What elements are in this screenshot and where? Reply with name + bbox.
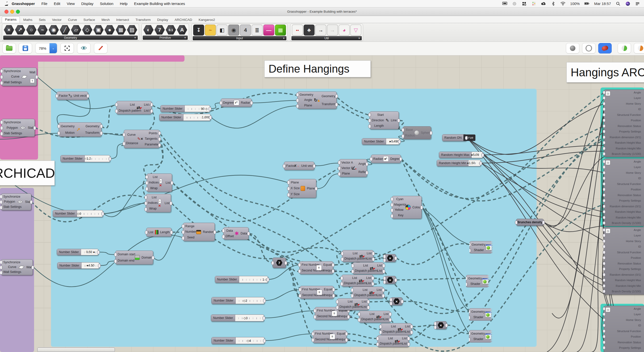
slider-rail[interactable]: ●5.09 xyxy=(472,152,483,158)
input-port[interactable] xyxy=(391,203,393,207)
input-port[interactable] xyxy=(144,207,147,211)
number-slider[interactable]: Number Slider0.50 ● xyxy=(57,249,98,255)
archicad-label[interactable]: ARCHICAD xyxy=(0,160,55,186)
output-port[interactable] xyxy=(372,257,375,261)
number-slider[interactable]: Number Slider●4.50 xyxy=(57,262,100,269)
output-port[interactable] xyxy=(389,312,392,316)
output-port[interactable] xyxy=(98,264,101,268)
input-port[interactable] xyxy=(603,199,606,202)
input-port[interactable] xyxy=(340,282,343,286)
input-port[interactable] xyxy=(603,130,606,133)
equals-component[interactable]: First NumberSecond Number=EqualityInequa… xyxy=(313,330,346,343)
output-port[interactable] xyxy=(31,266,34,270)
input-port[interactable] xyxy=(603,335,606,338)
sphere-component[interactable]: BaseRadiusSphere xyxy=(403,126,431,139)
custom-preview-component[interactable]: GeometryShader xyxy=(466,275,489,287)
input-port[interactable] xyxy=(603,278,606,282)
input-port[interactable] xyxy=(145,230,148,234)
output-port[interactable] xyxy=(313,164,316,168)
sphere-icon[interactable]: ● xyxy=(104,24,115,35)
input-port[interactable] xyxy=(114,252,117,256)
zoom-extents-button[interactable] xyxy=(60,43,74,54)
bluetooth-icon[interactable] xyxy=(551,2,556,6)
number-7-node[interactable]: 7 xyxy=(272,258,286,268)
input-port[interactable] xyxy=(338,172,341,176)
random-on-toggle[interactable]: Random ONTrue xyxy=(442,134,466,141)
point-icon[interactable]: ◇ xyxy=(82,24,92,35)
merge-x-node[interactable]: × xyxy=(391,297,402,305)
number-icon[interactable]: 0.1 xyxy=(166,24,176,35)
input-port[interactable] xyxy=(391,214,393,218)
tab-vector[interactable]: Vector xyxy=(49,17,64,23)
input-port[interactable] xyxy=(341,252,344,256)
angle-component[interactable]: Vector AVector BPlane∠▸AngleReflex xyxy=(339,159,367,177)
merge-x-node[interactable]: × xyxy=(384,254,396,262)
draw-sketch-button[interactable] xyxy=(94,43,108,54)
input-port[interactable] xyxy=(114,259,117,263)
merge-x-node[interactable]: × xyxy=(435,321,446,329)
slab-component[interactable]: SynchronizePolygonSlab SettingsSlab xyxy=(2,119,35,137)
input-port[interactable] xyxy=(391,208,393,212)
slider-rail[interactable]: ●1.50 xyxy=(468,160,481,166)
output-port[interactable] xyxy=(332,269,334,273)
tab-maths[interactable]: Maths xyxy=(20,17,36,23)
input-port[interactable] xyxy=(376,336,379,340)
input-port[interactable] xyxy=(0,69,3,73)
input-port[interactable] xyxy=(182,224,184,228)
degrees-to-radians-component[interactable]: Degreesr°Radians xyxy=(221,98,252,107)
output-port[interactable] xyxy=(345,332,348,336)
output-port[interactable] xyxy=(263,339,266,343)
toggle-icon[interactable]: ◧ xyxy=(216,24,228,36)
equals-component[interactable]: First NumberSecond Number=EqualityInequa… xyxy=(300,286,334,299)
define-hangings-label[interactable]: Define Hangings xyxy=(264,60,371,77)
input-port[interactable] xyxy=(379,330,382,334)
output-port[interactable] xyxy=(152,256,154,260)
random-height-min-slider[interactable]: Random Height Min●1.50 xyxy=(437,160,481,166)
notification-list-icon[interactable] xyxy=(635,2,640,6)
input-port[interactable] xyxy=(299,288,301,292)
radians-to-degrees-component[interactable]: Radiansα°Degrees xyxy=(371,154,401,163)
output-port[interactable] xyxy=(266,278,269,282)
input-port[interactable] xyxy=(358,312,360,316)
tab-display[interactable]: Display xyxy=(154,17,171,23)
menu-item-grasshopper[interactable]: Grasshopper xyxy=(8,2,38,6)
input-port[interactable] xyxy=(390,298,392,302)
input-port[interactable] xyxy=(603,176,606,180)
input-port[interactable] xyxy=(603,194,606,197)
output-port[interactable] xyxy=(345,338,348,342)
output-port[interactable] xyxy=(347,315,350,319)
construct-domain-component[interactable]: Domain startDomain endDomain xyxy=(115,250,153,264)
param-x-icon[interactable]: × xyxy=(4,24,14,35)
text-icon[interactable]: A xyxy=(177,24,187,35)
input-port[interactable] xyxy=(603,171,606,174)
output-port[interactable] xyxy=(399,157,402,161)
number-slider[interactable]: Number Slider◇2 xyxy=(211,297,264,304)
output-port[interactable] xyxy=(250,101,253,105)
input-port[interactable] xyxy=(314,309,316,313)
input-port[interactable] xyxy=(314,315,316,319)
unit-x-component[interactable]: FactorX→Unit vector xyxy=(284,162,314,170)
input-port[interactable] xyxy=(351,264,354,268)
input-port[interactable] xyxy=(122,142,125,146)
colour-picker-icon[interactable]: ▦ xyxy=(275,24,286,36)
input-port[interactable] xyxy=(390,302,392,306)
data-dam-icon[interactable]: ◕ xyxy=(339,24,350,36)
input-port[interactable] xyxy=(603,346,606,350)
output-port[interactable] xyxy=(372,282,374,286)
output-port[interactable] xyxy=(372,252,375,256)
input-port[interactable] xyxy=(287,180,290,184)
input-port[interactable] xyxy=(383,254,386,258)
input-port[interactable] xyxy=(603,324,606,327)
output-port[interactable] xyxy=(109,157,112,161)
siri-icon[interactable] xyxy=(625,2,630,6)
data-icon[interactable]: ◐ xyxy=(143,24,154,35)
output-port[interactable] xyxy=(445,324,448,328)
unit-z-component[interactable]: Factor✎ZUnit vector xyxy=(57,92,88,100)
output-port[interactable] xyxy=(150,103,153,107)
wall-component[interactable]: SynchronizeCurveWall SettingsWall xyxy=(1,259,33,275)
input-port[interactable] xyxy=(0,81,3,85)
ribbon-group-label[interactable]: Input▼ xyxy=(193,36,286,40)
digit-scroller-icon[interactable]: 4 xyxy=(240,24,251,36)
input-port[interactable] xyxy=(603,240,606,243)
output-port[interactable] xyxy=(97,250,100,254)
